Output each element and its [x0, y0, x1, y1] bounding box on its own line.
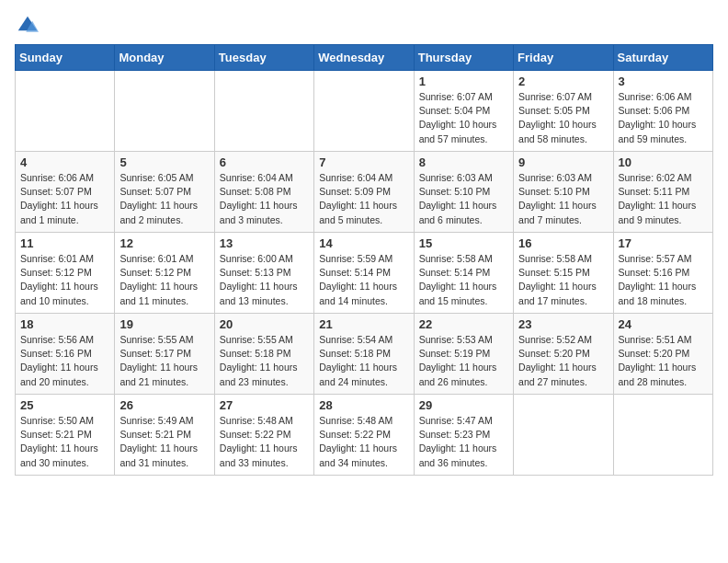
day-number: 23 [518, 317, 608, 331]
day-number: 2 [518, 75, 608, 88]
day-number: 9 [518, 155, 608, 169]
calendar-cell: 3Sunrise: 6:06 AM Sunset: 5:06 PM Daylig… [613, 71, 712, 152]
day-number: 8 [419, 155, 508, 169]
day-info: Sunrise: 5:48 AM Sunset: 5:22 PM Dayligh… [319, 414, 408, 470]
calendar-cell: 23Sunrise: 5:52 AM Sunset: 5:20 PM Dayli… [514, 314, 613, 395]
day-info: Sunrise: 5:53 AM Sunset: 5:19 PM Dayligh… [419, 333, 508, 389]
calendar-cell: 24Sunrise: 5:51 AM Sunset: 5:20 PM Dayli… [613, 314, 712, 395]
day-info: Sunrise: 6:03 AM Sunset: 5:10 PM Dayligh… [518, 171, 608, 227]
day-number: 29 [419, 398, 508, 412]
day-info: Sunrise: 6:04 AM Sunset: 5:08 PM Dayligh… [220, 171, 309, 227]
day-info: Sunrise: 5:56 AM Sunset: 5:16 PM Dayligh… [20, 333, 109, 389]
calendar-cell: 21Sunrise: 5:54 AM Sunset: 5:18 PM Dayli… [314, 314, 414, 395]
day-info: Sunrise: 5:47 AM Sunset: 5:23 PM Dayligh… [419, 414, 508, 470]
day-info: Sunrise: 6:07 AM Sunset: 5:05 PM Dayligh… [518, 90, 608, 146]
day-info: Sunrise: 5:57 AM Sunset: 5:16 PM Dayligh… [619, 252, 708, 308]
calendar-week-row: 1Sunrise: 6:07 AM Sunset: 5:04 PM Daylig… [16, 71, 713, 152]
day-number: 7 [319, 155, 408, 169]
day-info: Sunrise: 6:06 AM Sunset: 5:07 PM Dayligh… [20, 171, 109, 227]
calendar-cell: 13Sunrise: 6:00 AM Sunset: 5:13 PM Dayli… [214, 233, 313, 314]
weekday-header-friday: Friday [514, 45, 613, 71]
day-number: 11 [20, 236, 109, 250]
day-number: 14 [319, 236, 408, 250]
day-info: Sunrise: 6:02 AM Sunset: 5:11 PM Dayligh… [619, 171, 708, 227]
calendar-cell [314, 71, 414, 152]
day-info: Sunrise: 6:06 AM Sunset: 5:06 PM Dayligh… [619, 90, 708, 146]
calendar-cell: 11Sunrise: 6:01 AM Sunset: 5:12 PM Dayli… [16, 233, 115, 314]
calendar-week-row: 18Sunrise: 5:56 AM Sunset: 5:16 PM Dayli… [16, 314, 713, 395]
calendar-cell [613, 395, 712, 476]
day-info: Sunrise: 6:01 AM Sunset: 5:12 PM Dayligh… [20, 252, 109, 308]
calendar-cell: 5Sunrise: 6:05 AM Sunset: 5:07 PM Daylig… [115, 152, 214, 233]
weekday-header-wednesday: Wednesday [314, 45, 414, 71]
calendar-cell [115, 71, 214, 152]
calendar-cell: 26Sunrise: 5:49 AM Sunset: 5:21 PM Dayli… [115, 395, 214, 476]
calendar-cell [514, 395, 613, 476]
day-number: 12 [119, 236, 209, 250]
day-info: Sunrise: 6:07 AM Sunset: 5:04 PM Dayligh… [419, 90, 508, 146]
weekday-header-row: SundayMondayTuesdayWednesdayThursdayFrid… [16, 45, 713, 71]
day-info: Sunrise: 6:01 AM Sunset: 5:12 PM Dayligh… [119, 252, 209, 308]
day-info: Sunrise: 5:55 AM Sunset: 5:17 PM Dayligh… [119, 333, 209, 389]
day-number: 19 [119, 317, 209, 331]
day-number: 27 [220, 398, 309, 412]
day-info: Sunrise: 5:58 AM Sunset: 5:14 PM Dayligh… [419, 252, 508, 308]
calendar-cell: 17Sunrise: 5:57 AM Sunset: 5:16 PM Dayli… [613, 233, 712, 314]
calendar-cell: 20Sunrise: 5:55 AM Sunset: 5:18 PM Dayli… [214, 314, 313, 395]
calendar-week-row: 11Sunrise: 6:01 AM Sunset: 5:12 PM Dayli… [16, 233, 713, 314]
calendar-cell: 22Sunrise: 5:53 AM Sunset: 5:19 PM Dayli… [414, 314, 513, 395]
logo [15, 15, 39, 37]
day-number: 3 [619, 75, 708, 88]
calendar-cell: 14Sunrise: 5:59 AM Sunset: 5:14 PM Dayli… [314, 233, 414, 314]
day-number: 24 [619, 317, 708, 331]
day-info: Sunrise: 6:03 AM Sunset: 5:10 PM Dayligh… [419, 171, 508, 227]
calendar: SundayMondayTuesdayWednesdayThursdayFrid… [15, 44, 713, 476]
day-number: 25 [20, 398, 109, 412]
day-info: Sunrise: 6:00 AM Sunset: 5:13 PM Dayligh… [220, 252, 309, 308]
calendar-cell: 29Sunrise: 5:47 AM Sunset: 5:23 PM Dayli… [414, 395, 513, 476]
day-number: 13 [220, 236, 309, 250]
calendar-cell: 8Sunrise: 6:03 AM Sunset: 5:10 PM Daylig… [414, 152, 513, 233]
day-number: 22 [419, 317, 508, 331]
calendar-cell: 12Sunrise: 6:01 AM Sunset: 5:12 PM Dayli… [115, 233, 214, 314]
calendar-week-row: 4Sunrise: 6:06 AM Sunset: 5:07 PM Daylig… [16, 152, 713, 233]
calendar-cell: 18Sunrise: 5:56 AM Sunset: 5:16 PM Dayli… [16, 314, 115, 395]
day-number: 1 [419, 75, 508, 88]
calendar-cell: 28Sunrise: 5:48 AM Sunset: 5:22 PM Dayli… [314, 395, 414, 476]
day-number: 20 [220, 317, 309, 331]
calendar-week-row: 25Sunrise: 5:50 AM Sunset: 5:21 PM Dayli… [16, 395, 713, 476]
logo-icon [17, 15, 39, 37]
calendar-cell: 2Sunrise: 6:07 AM Sunset: 5:05 PM Daylig… [514, 71, 613, 152]
weekday-header-tuesday: Tuesday [214, 45, 313, 71]
day-info: Sunrise: 6:05 AM Sunset: 5:07 PM Dayligh… [119, 171, 209, 227]
calendar-cell: 1Sunrise: 6:07 AM Sunset: 5:04 PM Daylig… [414, 71, 513, 152]
weekday-header-monday: Monday [115, 45, 214, 71]
day-info: Sunrise: 5:50 AM Sunset: 5:21 PM Dayligh… [20, 414, 109, 470]
page-header [15, 15, 713, 37]
calendar-cell [214, 71, 313, 152]
day-number: 15 [419, 236, 508, 250]
calendar-cell: 7Sunrise: 6:04 AM Sunset: 5:09 PM Daylig… [314, 152, 414, 233]
calendar-cell: 9Sunrise: 6:03 AM Sunset: 5:10 PM Daylig… [514, 152, 613, 233]
day-info: Sunrise: 5:49 AM Sunset: 5:21 PM Dayligh… [119, 414, 209, 470]
day-number: 6 [220, 155, 309, 169]
day-number: 16 [518, 236, 608, 250]
day-number: 10 [619, 155, 708, 169]
day-info: Sunrise: 5:51 AM Sunset: 5:20 PM Dayligh… [619, 333, 708, 389]
day-info: Sunrise: 5:59 AM Sunset: 5:14 PM Dayligh… [319, 252, 408, 308]
weekday-header-saturday: Saturday [613, 45, 712, 71]
calendar-cell: 25Sunrise: 5:50 AM Sunset: 5:21 PM Dayli… [16, 395, 115, 476]
day-info: Sunrise: 5:58 AM Sunset: 5:15 PM Dayligh… [518, 252, 608, 308]
calendar-cell: 6Sunrise: 6:04 AM Sunset: 5:08 PM Daylig… [214, 152, 313, 233]
calendar-cell: 15Sunrise: 5:58 AM Sunset: 5:14 PM Dayli… [414, 233, 513, 314]
calendar-cell: 27Sunrise: 5:48 AM Sunset: 5:22 PM Dayli… [214, 395, 313, 476]
day-info: Sunrise: 5:52 AM Sunset: 5:20 PM Dayligh… [518, 333, 608, 389]
calendar-cell: 19Sunrise: 5:55 AM Sunset: 5:17 PM Dayli… [115, 314, 214, 395]
weekday-header-thursday: Thursday [414, 45, 513, 71]
day-number: 5 [119, 155, 209, 169]
calendar-cell [16, 71, 115, 152]
day-number: 28 [319, 398, 408, 412]
calendar-cell: 16Sunrise: 5:58 AM Sunset: 5:15 PM Dayli… [514, 233, 613, 314]
calendar-cell: 10Sunrise: 6:02 AM Sunset: 5:11 PM Dayli… [613, 152, 712, 233]
day-info: Sunrise: 5:54 AM Sunset: 5:18 PM Dayligh… [319, 333, 408, 389]
